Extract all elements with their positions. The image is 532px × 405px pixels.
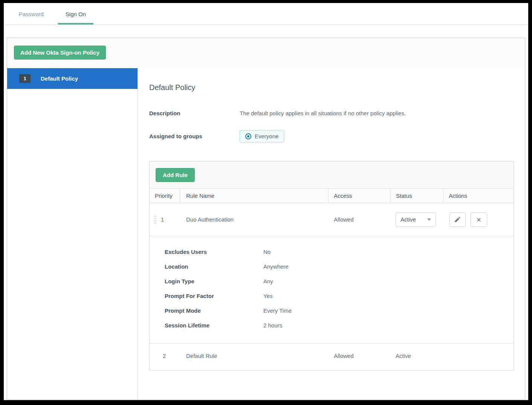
rules-table-header: Priority Rule Name Access Status Actions: [150, 189, 514, 203]
rules-panel: Add Rule Priority Rule Name Access Statu…: [149, 161, 514, 371]
delete-rule-button[interactable]: ×: [471, 212, 487, 227]
column-header-status: Status: [391, 189, 443, 203]
rules-toolbar: Add Rule: [150, 162, 514, 189]
detail-value: Yes: [263, 293, 272, 299]
rule-access: Allowed: [329, 353, 391, 359]
panel-toolbar: Add New Okta Sign-on Policy: [7, 38, 525, 68]
rule-details: Excludes Users No Location Anywhere Logi…: [150, 236, 514, 343]
panel-body: 1 Default Policy Default Policy Descript…: [7, 68, 525, 399]
sign-on-policy-panel: Add New Okta Sign-on Policy 1 Default Po…: [7, 38, 525, 400]
detail-row-prompt-for-factor: Prompt For Factor Yes: [165, 289, 514, 303]
column-header-access: Access: [329, 189, 391, 203]
detail-label: Location: [165, 263, 263, 270]
policy-priority-badge: 1: [19, 74, 31, 83]
detail-row-location: Location Anywhere: [165, 259, 514, 274]
detail-value: Any: [263, 278, 273, 284]
detail-row-login-type: Login Type Any: [165, 274, 514, 289]
page: Password Sign On Add New Okta Sign-on Po…: [4, 3, 528, 400]
description-label: Description: [149, 110, 240, 116]
column-header-rule-name: Rule Name: [180, 189, 329, 203]
rule-priority: 1: [161, 216, 164, 223]
close-icon: ×: [477, 215, 481, 223]
assigned-groups-label: Assigned to groups: [149, 133, 240, 139]
detail-label: Login Type: [165, 278, 263, 284]
tab-password[interactable]: Password: [11, 3, 51, 24]
add-rule-button[interactable]: Add Rule: [156, 168, 195, 182]
column-header-priority: Priority: [150, 189, 180, 203]
policy-title: Default Policy: [149, 83, 514, 92]
detail-label: Excludes Users: [165, 249, 263, 255]
rule-priority: 2: [163, 353, 166, 359]
detail-value: Anywhere: [263, 263, 289, 270]
group-chip-label: Everyone: [255, 133, 278, 139]
rule-name: Default Rule: [180, 353, 329, 359]
detail-value: 2 hours: [263, 322, 282, 329]
rule-access: Allowed: [329, 216, 391, 223]
add-policy-button[interactable]: Add New Okta Sign-on Policy: [14, 46, 106, 60]
policy-item-label: Default Policy: [41, 75, 78, 82]
detail-value: Every Time: [263, 307, 292, 314]
tab-bar: Password Sign On: [4, 3, 528, 25]
assigned-groups-row: Assigned to groups Everyone: [149, 130, 514, 142]
status-dropdown[interactable]: Active: [396, 212, 436, 227]
edit-rule-button[interactable]: [449, 212, 466, 227]
detail-label: Prompt Mode: [165, 307, 263, 314]
detail-row-excludes-users: Excludes Users No: [165, 245, 514, 259]
group-chip-everyone[interactable]: Everyone: [240, 130, 284, 142]
rule-status-cell: Active: [391, 212, 443, 227]
radio-selected-icon: [245, 133, 251, 139]
caret-down-icon: [427, 219, 431, 221]
drag-handle-icon[interactable]: [153, 215, 157, 225]
status-dropdown-value: Active: [401, 216, 416, 223]
rule-actions-cell: [443, 353, 514, 359]
tab-sign-on[interactable]: Sign On: [58, 3, 93, 24]
column-header-actions: Actions: [443, 189, 514, 203]
policy-list: 1 Default Policy: [7, 68, 138, 399]
detail-row-prompt-mode: Prompt Mode Every Time: [165, 303, 514, 318]
rule-status: Active: [391, 353, 443, 359]
policy-list-item-default[interactable]: 1 Default Policy: [7, 68, 138, 89]
rule-row-duo-authentication: 1 Duo Authentication Allowed Active: [150, 203, 514, 236]
detail-label: Session Lifetime: [165, 322, 263, 329]
rule-priority-cell: 2: [150, 353, 180, 359]
detail-value: No: [263, 249, 271, 255]
rule-name: Duo Authentication: [180, 216, 329, 223]
rule-priority-cell: 1: [150, 215, 180, 225]
rule-row-default-rule: 2 Default Rule Allowed Active: [150, 343, 514, 370]
pencil-icon: [454, 216, 461, 223]
rule-actions-cell: ×: [443, 212, 514, 227]
detail-label: Prompt For Factor: [165, 293, 263, 299]
detail-row-session-lifetime: Session Lifetime 2 hours: [165, 318, 514, 333]
description-row: Description The default policy applies i…: [149, 110, 514, 116]
description-value: The default policy applies in all situat…: [240, 110, 406, 116]
policy-detail: Default Policy Description The default p…: [138, 68, 525, 399]
